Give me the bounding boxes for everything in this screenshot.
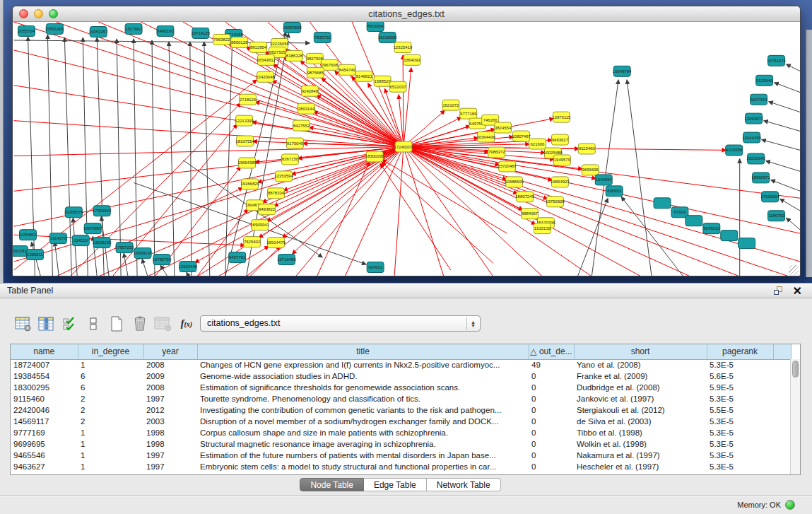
- graph-node[interactable]: 9457791: [229, 252, 246, 263]
- graph-node[interactable]: 9129946: [756, 75, 773, 86]
- graph-node[interactable]: 9463627: [551, 134, 568, 145]
- graph-node[interactable]: 17240007: [394, 141, 413, 152]
- graph-node[interactable]: 924501: [367, 262, 384, 273]
- tab-network-table[interactable]: Network Table: [427, 478, 501, 491]
- table-row[interactable]: 969969511998Structural magnetic resonanc…: [11, 438, 791, 450]
- graph-node[interactable]: 9699695: [582, 165, 599, 175]
- column-header-out_de[interactable]: △ out_de...: [529, 344, 574, 359]
- graph-node[interactable]: 16053809: [283, 22, 302, 33]
- graph-node[interactable]: 9215958: [726, 145, 743, 156]
- delete-rows-icon[interactable]: [131, 315, 149, 332]
- graph-node[interactable]: 10053257: [89, 26, 108, 37]
- column-visibility-icon[interactable]: [37, 315, 56, 332]
- graph-node[interactable]: 12213399: [235, 115, 254, 126]
- graph-node[interactable]: 12923448: [179, 262, 198, 272]
- graph-node[interactable]: 8186328: [286, 50, 302, 61]
- graph-node[interactable]: 16914479: [266, 238, 286, 248]
- graph-node[interactable]: 12093872: [744, 113, 763, 124]
- graph-node[interactable]: 13505135: [93, 238, 112, 248]
- graph-node[interactable]: 9875685: [307, 67, 324, 78]
- graph-node[interactable]: 12973115: [552, 112, 571, 122]
- graph-node[interactable]: 12325419: [394, 42, 413, 52]
- graph-node[interactable]: [686, 216, 702, 226]
- table-row[interactable]: 2242004622012Investigating the contribut…: [11, 404, 791, 416]
- graph-node[interactable]: 10719125: [192, 28, 211, 38]
- graph-node[interactable]: 8878334: [268, 188, 285, 199]
- table-scrollbar[interactable]: [790, 359, 800, 474]
- zoom-window-button[interactable]: [49, 9, 58, 18]
- float-panel-icon[interactable]: [774, 286, 784, 296]
- graph-node[interactable]: 10688609: [505, 177, 524, 187]
- function-builder-icon[interactable]: f(x): [177, 315, 196, 332]
- table-scrollbar-thumb[interactable]: [792, 361, 799, 378]
- graph-node[interactable]: 19218506: [378, 32, 397, 42]
- graph-node[interactable]: 16543812: [257, 54, 276, 65]
- graph-node[interactable]: 1314275: [49, 233, 66, 244]
- graph-node[interactable]: 7835722: [314, 32, 331, 42]
- table-row[interactable]: 946554611997Estimation of the future num…: [11, 450, 791, 461]
- minimize-window-button[interactable]: [34, 9, 43, 18]
- graph-node[interactable]: 9146821: [355, 71, 372, 81]
- column-header-name[interactable]: name: [11, 344, 78, 359]
- table-row[interactable]: 1938455462009Genome-wide association stu…: [11, 370, 791, 382]
- table-row[interactable]: 911546021997Tourette syndrome. Phenomeno…: [11, 393, 791, 404]
- resize-grip[interactable]: [789, 265, 799, 275]
- graph-node[interactable]: 12444159: [742, 132, 761, 143]
- graph-node[interactable]: 8427552: [293, 120, 310, 131]
- graph-node[interactable]: [654, 198, 671, 209]
- graph-node[interactable]: 7625402: [244, 237, 261, 247]
- graph-node[interactable]: 1186753: [768, 211, 785, 221]
- graph-node[interactable]: 1615132: [534, 223, 551, 234]
- graph-node[interactable]: 17957253: [115, 243, 134, 253]
- graph-node[interactable]: 9493822: [259, 204, 276, 215]
- graph-node[interactable]: 22420046: [256, 71, 275, 82]
- rows-icon[interactable]: [84, 315, 102, 332]
- graph-node[interactable]: 17359924: [93, 206, 112, 216]
- graph-node[interactable]: 8267150: [281, 154, 298, 165]
- graph-node[interactable]: 15716485: [277, 255, 296, 265]
- graph-node[interactable]: 19166829: [240, 179, 259, 189]
- graph-node[interactable]: 9242848: [301, 86, 318, 96]
- graph-node[interactable]: 7986372: [488, 147, 505, 158]
- graph-node[interactable]: 114519: [72, 235, 89, 246]
- graph-node[interactable]: 16975887: [83, 223, 102, 234]
- table-row[interactable]: 946362711997Embryonic stem cells: a mode…: [11, 461, 791, 472]
- graph-node[interactable]: 18300295: [365, 151, 384, 162]
- column-header-short[interactable]: short: [574, 344, 707, 359]
- citation-network-graph[interactable]: 2055724205914061005325715276026466160107…: [13, 22, 801, 276]
- graph-node[interactable]: 16909941: [250, 220, 269, 230]
- column-header-title[interactable]: title: [197, 344, 529, 359]
- graph-node[interactable]: 15692971: [751, 173, 770, 183]
- close-window-button[interactable]: [19, 9, 28, 18]
- graph-node[interactable]: 1588520: [374, 76, 391, 86]
- graph-node[interactable]: 19654985: [237, 158, 257, 168]
- graph-node[interactable]: 16782759: [153, 255, 172, 265]
- graph-node[interactable]: 621606: [529, 139, 546, 149]
- graph-node[interactable]: 391591: [13, 246, 28, 257]
- graph-node[interactable]: 1527602: [125, 23, 142, 34]
- window-titlebar[interactable]: citations_edges.txt: [13, 6, 800, 22]
- table-row[interactable]: 1872400712008Changes of HCN gene express…: [11, 359, 791, 370]
- graph-node[interactable]: 17016504: [760, 192, 779, 202]
- graph-node[interactable]: 15720487: [498, 161, 517, 172]
- graph-node[interactable]: 1350511: [26, 250, 43, 260]
- graph-node[interactable]: 695853: [606, 186, 623, 197]
- graph-node[interactable]: 8912954: [250, 42, 267, 52]
- close-panel-icon[interactable]: ✕: [793, 284, 802, 298]
- graph-node[interactable]: 2718126: [240, 94, 257, 105]
- graph-node[interactable]: 1864093: [404, 54, 420, 65]
- graph-node[interactable]: 16958107: [134, 248, 153, 259]
- graph-node[interactable]: 1640954: [595, 175, 612, 185]
- network-canvas[interactable]: 2055724205914061005325715276026466160107…: [13, 22, 800, 276]
- graph-node[interactable]: 18807249: [515, 192, 534, 202]
- graph-node[interactable]: 1949579: [553, 155, 570, 165]
- table-row[interactable]: 1830029562008Estimation of significance …: [11, 382, 791, 393]
- graph-node[interactable]: 9115460: [578, 144, 595, 154]
- graph-node[interactable]: 16210643: [746, 153, 765, 164]
- table-settings-icon[interactable]: [14, 315, 33, 332]
- graph-node[interactable]: 16648794: [613, 66, 632, 76]
- graph-node[interactable]: [721, 230, 738, 241]
- table-row[interactable]: 1456911722003Disruption of a novel membe…: [11, 416, 791, 427]
- graph-node[interactable]: 9245012: [703, 223, 720, 234]
- graph-node[interactable]: 6522037: [389, 81, 406, 92]
